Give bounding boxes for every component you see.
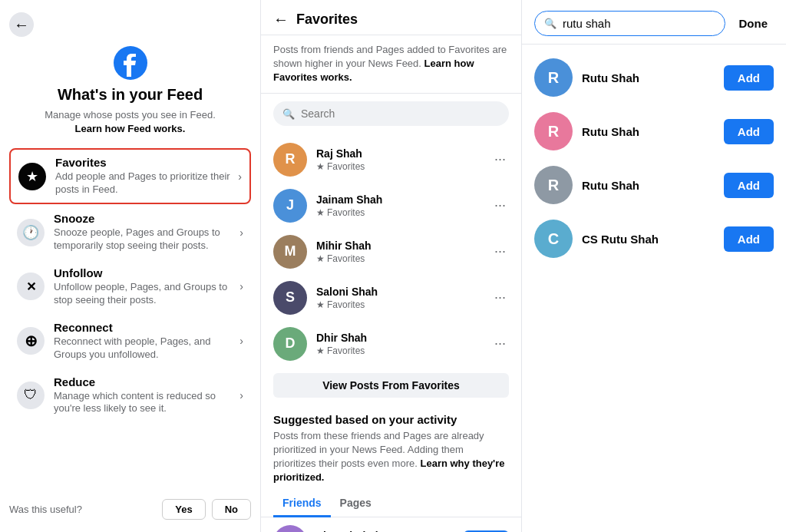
yes-button[interactable]: Yes	[162, 499, 205, 520]
tabs-row: Friends Pages	[261, 491, 521, 517]
more-options-icon[interactable]: ···	[491, 194, 509, 216]
add-button[interactable]: Add	[724, 173, 774, 198]
menu-item-favorites[interactable]: ★ Favorites Add people and Pages to prio…	[9, 148, 251, 204]
left-panel: ← What's in your Feed Manage whose posts…	[0, 0, 261, 532]
favorites-label: Favorites	[55, 156, 232, 169]
middle-panel: ← Favorites Posts from friends and Pages…	[261, 0, 522, 532]
result-item[interactable]: R Rutu Shah Add	[522, 51, 786, 104]
add-button[interactable]: Add	[724, 65, 774, 91]
fav-sub: ★ Favorites	[316, 345, 491, 356]
list-item[interactable]: R Raj Shah ★ Favorites ···	[261, 137, 521, 183]
add-button[interactable]: Add	[724, 119, 774, 144]
reconnect-icon: ⊕	[17, 327, 45, 355]
left-back-button[interactable]: ←	[9, 12, 34, 37]
star-icon: ★	[316, 161, 325, 172]
chevron-right-icon: ›	[238, 170, 242, 183]
result-name: CS Rutu Shah	[582, 233, 715, 246]
fav-name: Dhir Shah	[316, 332, 491, 344]
tab-pages[interactable]: Pages	[331, 491, 381, 517]
fav-name: Mihir Shah	[316, 240, 491, 252]
suggested-item[interactable]: V Virmati Shah More Info Add	[261, 517, 521, 532]
reduce-label: Reduce	[54, 375, 233, 388]
result-name: Rutu Shah	[582, 179, 715, 192]
search-input-container: 🔍	[534, 11, 725, 36]
fav-sub: ★ Favorites	[316, 299, 491, 310]
was-useful-text: Was this useful?	[9, 504, 156, 515]
done-button[interactable]: Done	[733, 14, 774, 33]
chevron-right-icon: ›	[239, 226, 243, 239]
add-button[interactable]: Add	[724, 226, 774, 252]
middle-search-input[interactable]	[273, 101, 509, 126]
list-item[interactable]: M Mihir Shah ★ Favorites ···	[261, 229, 521, 275]
search-icon: 🔍	[282, 107, 295, 119]
fav-sub: ★ Favorites	[316, 253, 491, 264]
tab-friends[interactable]: Friends	[273, 491, 331, 517]
fav-sub: ★ Favorites	[316, 207, 491, 218]
result-item[interactable]: R Rutu Shah Add	[522, 158, 786, 212]
snooze-label: Snooze	[54, 212, 233, 225]
result-item[interactable]: R Rutu Shah Add	[522, 104, 786, 158]
favorites-desc: Add people and Pages to prioritize their…	[55, 170, 232, 197]
chevron-right-icon: ›	[239, 335, 243, 347]
avatar: M	[273, 235, 307, 269]
results-list: R Rutu Shah Add R Rutu Shah Add R Rutu S…	[522, 45, 786, 532]
result-name: Rutu Shah	[582, 125, 715, 138]
star-icon: ★	[316, 207, 325, 218]
right-header: 🔍 Done	[522, 0, 786, 45]
fav-sub: ★ Favorites	[316, 161, 491, 172]
favorites-list: R Raj Shah ★ Favorites ··· J Jainam Shah…	[261, 134, 521, 532]
fav-name: Jainam Shah	[316, 193, 491, 206]
list-item[interactable]: J Jainam Shah ★ Favorites ···	[261, 183, 521, 229]
avatar: C	[534, 220, 573, 258]
middle-header: ← Favorites	[261, 0, 521, 35]
list-item[interactable]: D Dhir Shah ★ Favorites ···	[261, 321, 521, 367]
avatar: S	[273, 281, 307, 315]
favorites-icon: ★	[18, 163, 46, 190]
menu-item-unfollow[interactable]: ✕ Unfollow Unfollow people, Pages, and G…	[9, 260, 251, 313]
result-item[interactable]: C CS Rutu Shah Add	[522, 212, 786, 266]
more-options-icon[interactable]: ···	[491, 240, 509, 263]
avatar: V	[273, 525, 307, 532]
suggested-title: Suggested based on your activity	[273, 413, 509, 426]
was-useful-bar: Was this useful? Yes No	[9, 499, 251, 520]
reduce-icon: 🛡	[17, 382, 45, 409]
search-input[interactable]	[563, 17, 714, 30]
avatar: R	[534, 112, 573, 150]
avatar: D	[273, 327, 307, 361]
avatar: R	[534, 58, 573, 97]
star-icon: ★	[316, 253, 325, 264]
reconnect-label: Reconnect	[54, 321, 233, 334]
fb-logo	[9, 46, 251, 80]
menu-item-snooze[interactable]: 🕐 Snooze Snooze people, Pages and Groups…	[9, 206, 251, 259]
menu-item-reduce[interactable]: 🛡 Reduce Manage which content is reduced…	[9, 369, 251, 422]
chevron-right-icon: ›	[239, 389, 243, 401]
middle-panel-title: Favorites	[296, 12, 358, 28]
more-options-icon[interactable]: ···	[491, 332, 509, 355]
middle-search-box: 🔍	[273, 101, 509, 126]
suggested-section: Suggested based on your activity Posts f…	[261, 404, 521, 485]
snooze-icon: 🕐	[17, 219, 45, 246]
unfollow-icon: ✕	[17, 273, 45, 300]
whats-in-feed-subtitle: Manage whose posts you see in Feed. Lear…	[9, 108, 251, 136]
menu-item-reconnect[interactable]: ⊕ Reconnect Reconnect with people, Pages…	[9, 315, 251, 368]
whats-in-feed-title: What's in your Feed	[9, 86, 251, 104]
more-options-icon[interactable]: ···	[491, 286, 509, 309]
more-options-icon[interactable]: ···	[491, 148, 509, 170]
avatar: R	[273, 143, 307, 177]
star-icon: ★	[316, 299, 325, 310]
reduce-desc: Manage which content is reduced so you'r…	[54, 390, 233, 416]
view-posts-button[interactable]: View Posts From Favorites	[273, 373, 509, 398]
snooze-desc: Snooze people, Pages and Groups to tempo…	[54, 226, 233, 253]
no-button[interactable]: No	[212, 499, 251, 520]
right-panel: 🔍 Done R Rutu Shah Add R Rutu Shah Add R…	[522, 0, 786, 532]
unfollow-label: Unfollow	[54, 266, 233, 279]
middle-back-button[interactable]: ←	[273, 11, 289, 28]
feed-works-link[interactable]: Learn how Feed works.	[75, 123, 186, 134]
reconnect-desc: Reconnect with people, Pages, and Groups…	[54, 335, 233, 362]
result-name: Rutu Shah	[582, 71, 715, 84]
middle-subtitle: Posts from friends and Pages added to Fa…	[261, 35, 521, 94]
list-item[interactable]: S Saloni Shah ★ Favorites ···	[261, 275, 521, 321]
star-icon: ★	[316, 345, 325, 356]
avatar: J	[273, 189, 307, 223]
fav-name: Raj Shah	[316, 147, 491, 160]
